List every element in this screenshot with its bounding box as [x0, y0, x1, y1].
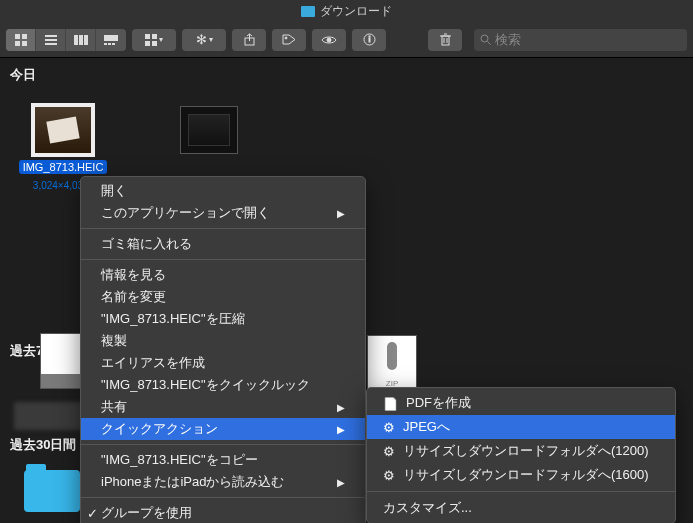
tags-button[interactable] [272, 29, 306, 51]
svg-rect-22 [369, 38, 370, 42]
zip-icon [367, 335, 417, 391]
separator [367, 491, 675, 492]
ctx-trash[interactable]: ゴミ箱に入れる [81, 233, 365, 255]
svg-rect-9 [84, 35, 88, 45]
toolbar: ▾ ✻ ▾ 検索 [0, 22, 693, 58]
ctx-import-ios[interactable]: iPhoneまたはiPadから読み込む▶ [81, 471, 365, 493]
context-menu: 開く このアプリケーションで開く▶ ゴミ箱に入れる 情報を見る 名前を変更 "I… [80, 176, 366, 523]
qa-create-pdf[interactable]: PDFを作成 [367, 391, 675, 415]
submenu-arrow-icon: ▶ [337, 402, 345, 413]
view-mode-group [6, 29, 126, 51]
svg-point-19 [285, 37, 287, 39]
svg-rect-5 [45, 39, 57, 41]
svg-rect-17 [152, 41, 157, 46]
separator [81, 228, 365, 229]
section-past30: 過去30日間 [10, 432, 76, 458]
checkmark-icon: ✓ [87, 506, 98, 521]
svg-rect-8 [79, 35, 83, 45]
ctx-compress[interactable]: "IMG_8713.HEIC"を圧縮 [81, 308, 365, 330]
column-view-button[interactable] [66, 29, 96, 51]
blurred-label [14, 402, 84, 430]
folder-icon [24, 470, 80, 512]
ctx-duplicate[interactable]: 複製 [81, 330, 365, 352]
file-item[interactable] [367, 335, 417, 391]
gear-icon [383, 444, 395, 459]
chevron-down-icon: ▾ [209, 35, 213, 44]
file-thumbnail [180, 106, 238, 154]
share-button[interactable] [232, 29, 266, 51]
ctx-copy[interactable]: "IMG_8713.HEIC"をコピー [81, 449, 365, 471]
arrange-button[interactable]: ▾ [132, 29, 176, 51]
ctx-rename[interactable]: 名前を変更 [81, 286, 365, 308]
svg-point-20 [327, 38, 331, 42]
svg-rect-11 [104, 43, 107, 45]
qa-resize-1200[interactable]: リサイズしダウンロードフォルダへ(1200) [367, 439, 675, 463]
ctx-get-info[interactable]: 情報を見る [81, 264, 365, 286]
folder-icon [301, 6, 315, 17]
quicklook-button[interactable] [312, 29, 346, 51]
action-button[interactable]: ✻ ▾ [182, 29, 226, 51]
chevron-down-icon: ▾ [159, 35, 163, 44]
qa-customize[interactable]: カスタマイズ... [367, 496, 675, 520]
submenu-arrow-icon: ▶ [337, 477, 345, 488]
icon-view-button[interactable] [6, 29, 36, 51]
ctx-use-groups[interactable]: ✓グループを使用 [81, 502, 365, 523]
file-thumbnail [34, 106, 92, 154]
svg-rect-6 [45, 43, 57, 45]
ctx-open[interactable]: 開く [81, 180, 365, 202]
submenu-arrow-icon: ▶ [337, 424, 345, 435]
svg-rect-2 [15, 41, 20, 46]
file-name: IMG_8713.HEIC [19, 160, 108, 174]
gear-icon [383, 420, 395, 435]
ctx-quick-actions[interactable]: クイックアクション▶ [81, 418, 365, 440]
svg-point-25 [481, 35, 488, 42]
ctx-quick-look[interactable]: "IMG_8713.HEIC"をクイックルック [81, 374, 365, 396]
submenu-arrow-icon: ▶ [337, 208, 345, 219]
info-button[interactable] [352, 29, 386, 51]
ctx-make-alias[interactable]: エイリアスを作成 [81, 352, 365, 374]
svg-rect-10 [104, 35, 118, 41]
file-item[interactable] [24, 470, 80, 512]
gear-icon [383, 468, 395, 483]
quick-actions-submenu: PDFを作成 JPEGへ リサイズしダウンロードフォルダへ(1200) リサイズ… [366, 387, 676, 523]
qa-resize-1600[interactable]: リサイズしダウンロードフォルダへ(1600) [367, 463, 675, 487]
window-title: ダウンロード [320, 3, 392, 20]
svg-rect-23 [369, 36, 370, 37]
gallery-view-button[interactable] [96, 29, 126, 51]
gear-icon: ✻ [196, 32, 207, 47]
qa-to-jpeg[interactable]: JPEGへ [367, 415, 675, 439]
list-view-button[interactable] [36, 29, 66, 51]
svg-rect-14 [145, 34, 150, 39]
search-placeholder: 検索 [495, 31, 521, 49]
section-today: 今日 [10, 62, 683, 88]
svg-rect-0 [15, 34, 20, 39]
svg-rect-4 [45, 35, 57, 37]
svg-rect-16 [145, 41, 150, 46]
separator [81, 497, 365, 498]
ctx-open-with[interactable]: このアプリケーションで開く▶ [81, 202, 365, 224]
ctx-share[interactable]: 共有▶ [81, 396, 365, 418]
svg-rect-12 [108, 43, 111, 45]
svg-rect-15 [152, 34, 157, 39]
svg-rect-3 [22, 41, 27, 46]
document-icon [383, 396, 398, 411]
separator [81, 444, 365, 445]
svg-rect-24 [442, 36, 449, 45]
trash-button[interactable] [428, 29, 462, 51]
svg-rect-13 [112, 43, 115, 45]
svg-rect-7 [74, 35, 78, 45]
window-titlebar: ダウンロード [0, 0, 693, 22]
search-field[interactable]: 検索 [474, 29, 687, 51]
svg-rect-1 [22, 34, 27, 39]
separator [81, 259, 365, 260]
